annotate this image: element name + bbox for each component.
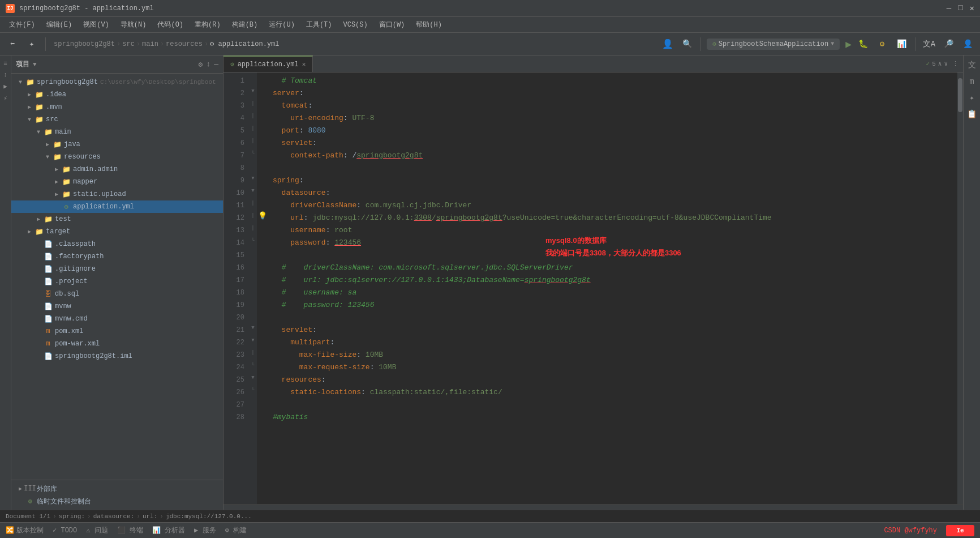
horizontal-scrollbar[interactable] [223,504,963,510]
status-build[interactable]: ⚙ 构建 [225,526,247,535]
bottom-bc-url[interactable]: url: [143,513,157,520]
menu-nav[interactable]: 导航(N) [116,19,151,31]
breadcrumb-file[interactable]: ⚙ application.yml [210,40,279,48]
translate-button[interactable]: 文A [921,36,937,52]
toolbar-back-btn[interactable]: ⬅ [5,36,20,52]
editor-content[interactable]: 12345 678910 1112131415 1617181920 21222… [223,72,963,504]
tree-pom-war-xml[interactable]: m pom-war.xml [11,338,223,350]
tree-pom-xml[interactable]: m pom.xml [11,325,223,338]
vertical-scrollbar[interactable] [957,72,963,504]
java-expand-arrow[interactable]: ▶ [43,141,52,148]
bulb-line-12[interactable]: 💡 [257,210,268,222]
tree-mvnw-cmd[interactable]: 📄 mvnw.cmd [11,313,223,325]
maximize-button[interactable]: □ [958,3,962,13]
status-profiler[interactable]: 📊 分析器 [152,526,185,535]
left-icon-3[interactable]: ▶ [3,83,7,90]
tree-resources[interactable]: ▼ 📁 resources ➤ [11,151,223,163]
build-button[interactable]: ⚙ [874,36,890,52]
static-expand-arrow[interactable]: ▶ [52,191,61,198]
left-icon-1[interactable]: ≡ [3,60,7,67]
tree-main[interactable]: ▼ 📁 main ➤ [11,126,223,138]
debug-button[interactable]: 🐛 [855,36,871,52]
tree-root[interactable]: ▼ 📁 springbootg2g8t C:\Users\wfy\Desktop… [11,76,223,88]
tab-down-arrow[interactable]: ∨ [944,60,948,67]
menu-vcs[interactable]: VCS(S) [338,20,372,30]
breadcrumb-project[interactable]: springbootg2g8t [54,40,115,48]
left-icon-2[interactable]: ↕ [3,71,7,78]
breadcrumb-src[interactable]: src [122,40,135,48]
status-todo[interactable]: ✓ TODO [53,526,77,535]
bottom-bc-jdbc[interactable]: jdbc:mysql://127.0.0... [166,513,252,520]
tree-static-upload[interactable]: ▶ 📁 static.upload [11,188,223,200]
toolbar-avatar[interactable]: 👤 [660,36,676,52]
minimize-button[interactable]: — [947,3,951,13]
admin-expand-arrow[interactable]: ▶ [52,166,61,173]
run-config-selector[interactable]: ⚙ SpringbootSchemaApplication ▼ [707,39,840,50]
code-editor[interactable]: # Tomcat server: tomcat: uri-encoding: U… [268,72,957,504]
sidebar-sort-icon[interactable]: ↕ [206,60,210,69]
tree-classpath[interactable]: 📄 .classpath [11,238,223,250]
status-terminal[interactable]: ⬛ 终端 [117,526,143,535]
tree-project[interactable]: 📄 .project [11,275,223,288]
close-button[interactable]: ✕ [970,3,974,13]
root-expand-arrow[interactable]: ▼ [16,79,25,86]
scroll-thumb[interactable] [958,78,962,112]
resources-expand-arrow[interactable]: ▼ [43,154,52,160]
tree-factorypath[interactable]: 📄 .factorypath [11,250,223,263]
tab-application-yml[interactable]: ⚙ application.yml ✕ [223,55,313,72]
mvn-expand-arrow[interactable]: ▶ [25,104,34,110]
run-button[interactable]: ▶ [845,38,852,50]
toolbar-search-btn[interactable]: 🔍 [679,36,695,52]
settings-button[interactable]: 👤 [960,36,975,52]
menu-help[interactable]: 帮助(H) [411,19,446,31]
tree-test[interactable]: ▶ 📁 test [11,213,223,225]
bulb-icon[interactable]: 💡 [258,211,267,220]
tree-src[interactable]: ▼ 📁 src ➤ [11,113,223,126]
src-expand-arrow[interactable]: ▼ [25,117,34,123]
tree-gitignore[interactable]: 📄 .gitignore [11,263,223,275]
menu-edit[interactable]: 编辑(E) [42,19,77,31]
breadcrumb-main[interactable]: main [142,40,158,48]
target-expand-arrow[interactable]: ▶ [25,228,34,235]
menu-tools[interactable]: 工具(T) [302,19,337,31]
search-everywhere[interactable]: 🔎 [940,36,956,52]
tree-mvnw[interactable]: 📄 mvnw [11,300,223,313]
sidebar-collapse-icon[interactable]: — [214,60,218,69]
tree-target[interactable]: ▶ 📁 target [11,225,223,238]
menu-refactor[interactable]: 重构(R) [190,19,225,31]
tab-more-btn[interactable]: ⋮ [952,60,958,67]
main-expand-arrow[interactable]: ▼ [34,129,43,135]
menu-file[interactable]: 文件(F) [5,19,40,31]
bottom-bc-datasource[interactable]: datasource: [93,513,135,520]
tab-up-arrow[interactable]: ∧ [938,60,942,67]
status-problems[interactable]: ⚠ 问题 [86,526,108,535]
sidebar-settings-icon[interactable]: ⚙ [199,60,203,69]
status-vcs[interactable]: 🔀 版本控制 [6,526,44,535]
menu-build[interactable]: 构建(B) [227,19,263,31]
breadcrumb-resources[interactable]: resources [166,40,203,48]
status-services[interactable]: ▶ 服务 [194,526,216,535]
test-expand-arrow[interactable]: ▶ [34,216,43,223]
mapper-expand-arrow[interactable]: ▶ [52,178,61,185]
menu-view[interactable]: 视图(V) [79,19,114,31]
coverage-button[interactable]: 📊 [893,36,909,52]
idea-expand-arrow[interactable]: ▶ [25,91,34,98]
tree-idea[interactable]: ▶ 📁 .idea [11,88,223,101]
menu-window[interactable]: 窗口(W) [375,19,410,31]
toolbar-forward-btn[interactable]: ✦ [24,36,40,52]
left-icon-4[interactable]: ⚡ [3,95,7,102]
tree-temp-files[interactable]: ⚙ 临时文件和控制台 [11,495,223,507]
right-icon-3[interactable]: ✦ [967,91,976,105]
tree-mvn[interactable]: ▶ 📁 .mvn [11,101,223,113]
tree-application-yml[interactable]: ⚙ application.yml ➤ [11,200,223,213]
menu-run[interactable]: 运行(U) [264,19,299,31]
tab-close-btn[interactable]: ✕ [302,61,306,68]
tree-db-sql[interactable]: 🗄 db.sql [11,288,223,300]
tree-iml[interactable]: 📄 springbootg2g8t.iml [11,350,223,362]
right-icon-2[interactable]: m [967,75,976,88]
bottom-bc-spring[interactable]: spring: [59,513,85,520]
tree-admin[interactable]: ▶ 📁 admin.admin [11,163,223,176]
menu-code[interactable]: 代码(O) [153,19,188,31]
tree-mapper[interactable]: ▶ 📁 mapper [11,176,223,188]
tree-external-libs[interactable]: ▶ III 外部库 [11,483,223,495]
